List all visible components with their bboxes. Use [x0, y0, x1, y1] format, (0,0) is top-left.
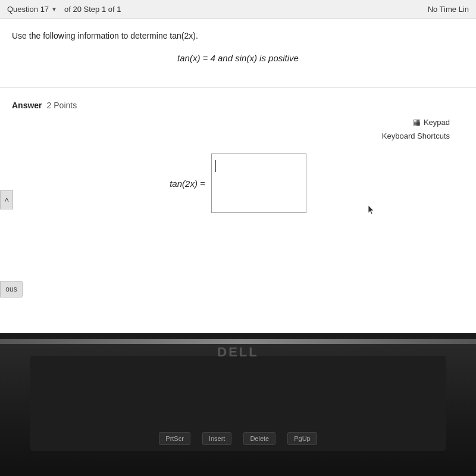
dropdown-arrow-icon[interactable]: ▼	[51, 6, 57, 12]
pgup-key[interactable]: PgUp	[287, 432, 317, 445]
dell-logo: DELL	[217, 345, 258, 360]
points-label: 2 Points	[47, 101, 77, 110]
keypad-label: Keypad	[424, 118, 450, 127]
answer-section: Answer 2 Points ▦ Keypad Keyboard Shortc…	[0, 93, 476, 231]
top-bar: Question 17 ▼ of 20 Step 1 of 1 No Time …	[0, 0, 476, 19]
nav-buttons: <	[0, 190, 13, 209]
step-info: of 20 Step 1 of 1	[64, 5, 121, 14]
keypad-icon: ▦	[413, 117, 421, 127]
question-content: Use the following information to determi…	[0, 19, 476, 81]
math-expression: tan(x) = 4 and sin(x) is positive	[12, 53, 464, 63]
math-text: tan(x) = 4 and sin(x) is positive	[177, 53, 299, 63]
prtscr-key[interactable]: PrtScr	[159, 432, 190, 445]
answer-label: Answer	[12, 101, 42, 110]
screen: Question 17 ▼ of 20 Step 1 of 1 No Time …	[0, 0, 476, 333]
math-input-row: tan(2x) =	[12, 154, 464, 213]
keyboard-area: PrtScr Insert Delete PgUp	[30, 356, 446, 451]
laptop-hinge	[0, 339, 476, 344]
keypad-button[interactable]: ▦ Keypad	[411, 116, 452, 128]
math-answer-input[interactable]	[211, 154, 306, 213]
question-instruction: Use the following information to determi…	[12, 30, 464, 42]
math-input-label: tan(2x) =	[170, 178, 205, 189]
answer-header: Answer 2 Points	[12, 101, 464, 110]
no-time-limit: No Time Lin	[428, 5, 469, 14]
question-selector[interactable]: Question 17 ▼	[7, 5, 57, 14]
cursor	[215, 160, 217, 172]
back-nav-button[interactable]: <	[0, 190, 13, 209]
insert-key[interactable]: Insert	[202, 432, 232, 445]
previous-button[interactable]: ous	[0, 281, 23, 298]
delete-key[interactable]: Delete	[243, 432, 275, 445]
keypad-area: ▦ Keypad Keyboard Shortcuts	[12, 116, 464, 142]
keyboard-shortcuts-button[interactable]: Keyboard Shortcuts	[380, 130, 452, 142]
question-label: Question 17	[7, 5, 49, 14]
section-divider	[0, 87, 476, 87]
